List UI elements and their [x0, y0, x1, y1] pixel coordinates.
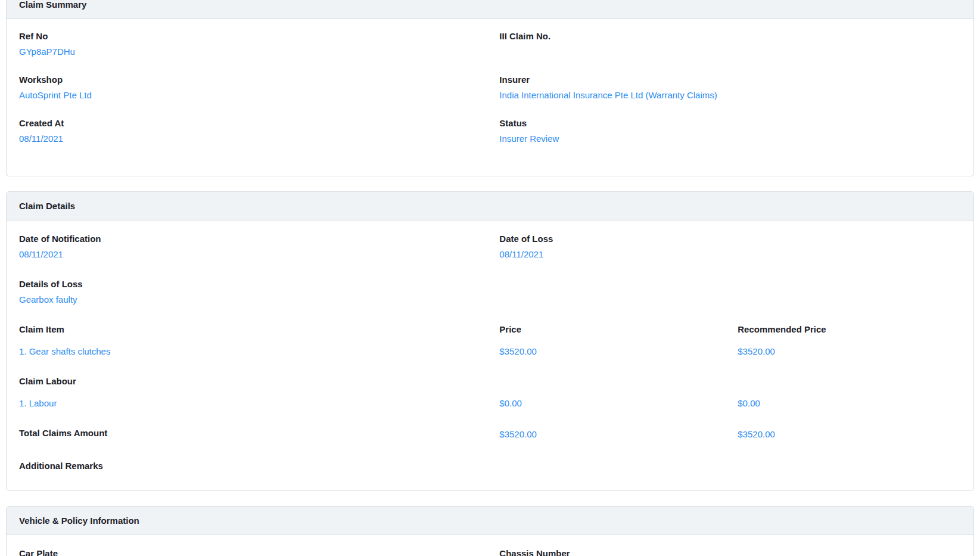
- vehicle-policy-card: Vehicle & Policy Information Car Plate S…: [6, 506, 974, 556]
- insurer-label: Insurer: [499, 73, 961, 86]
- workshop-label: Workshop: [19, 73, 499, 86]
- claim-labour-label: Claim Labour: [19, 375, 499, 387]
- claim-summary-header: Claim Summary: [7, 0, 973, 19]
- date-of-loss-value: 08/11/2021: [499, 248, 961, 260]
- field-ref-no: Ref No GYp8aP7DHu: [19, 30, 499, 58]
- date-of-loss-label: Date of Loss: [499, 232, 961, 245]
- field-price: Price $3520.00: [499, 323, 738, 358]
- chassis-number-label: Chassis Number: [499, 547, 961, 556]
- claim-item-label: Claim Item: [19, 323, 499, 336]
- details-row-dates: Date of Notification 08/11/2021 Date of …: [19, 232, 961, 260]
- summary-row-2: Workshop AutoSprint Pte Ltd Insurer Indi…: [19, 73, 961, 101]
- workshop-value: AutoSprint Pte Ltd: [19, 89, 499, 101]
- date-of-notification-value: 08/11/2021: [19, 248, 499, 260]
- total-claims-amount-label: Total Claims Amount: [19, 427, 499, 439]
- field-car-plate: Car Plate SGV8188R: [19, 547, 499, 556]
- claim-summary-card: Claim Summary Ref No GYp8aP7DHu III Clai…: [6, 0, 974, 176]
- details-row-total: Total Claims Amount $3520.00 $3520.00: [19, 427, 961, 442]
- field-additional-remarks: Additional Remarks: [19, 459, 499, 475]
- additional-remarks-label: Additional Remarks: [19, 459, 499, 472]
- details-row-remarks: Additional Remarks: [19, 459, 961, 475]
- status-value: Insurer Review: [499, 132, 961, 145]
- claim-details-header: Claim Details: [7, 192, 973, 220]
- total-price-value: $3520.00: [499, 428, 738, 440]
- ref-no-label: Ref No: [19, 30, 499, 42]
- vehicle-policy-body: Car Plate SGV8188R Chassis Number AGH300…: [7, 535, 973, 556]
- total-recommended-price-value: $3520.00: [738, 428, 961, 440]
- field-date-of-loss: Date of Loss 08/11/2021: [499, 232, 961, 260]
- details-row-claim-labour: Claim Labour 1. Labour $0.00 $0.00: [19, 375, 961, 409]
- created-at-label: Created At: [19, 117, 499, 129]
- field-date-of-notification: Date of Notification 08/11/2021: [19, 232, 499, 260]
- status-label: Status: [499, 117, 961, 129]
- iii-claim-no-label: III Claim No.: [499, 30, 961, 42]
- details-of-loss-value: Gearbox faulty: [19, 293, 499, 306]
- claim-labour-price-value: $0.00: [499, 397, 738, 409]
- field-total-claims-amount: Total Claims Amount: [19, 427, 499, 442]
- field-created-at: Created At 08/11/2021: [19, 117, 499, 145]
- claim-item-value: 1. Gear shafts clutches: [19, 345, 499, 358]
- date-of-notification-label: Date of Notification: [19, 232, 499, 245]
- field-insurer: Insurer India International Insurance Pt…: [499, 73, 961, 101]
- field-details-of-loss: Details of Loss Gearbox faulty: [19, 278, 499, 306]
- recommended-price-label: Recommended Price: [738, 323, 961, 336]
- vehicle-policy-header: Vehicle & Policy Information: [7, 507, 973, 535]
- summary-row-1: Ref No GYp8aP7DHu III Claim No.: [19, 30, 961, 58]
- recommended-price-value: $3520.00: [738, 345, 961, 358]
- claim-view-page: Claim Summary Ref No GYp8aP7DHu III Clai…: [0, 0, 980, 556]
- field-claim-item: Claim Item 1. Gear shafts clutches: [19, 323, 499, 358]
- details-of-loss-label: Details of Loss: [19, 278, 499, 290]
- summary-row-3: Created At 08/11/2021 Status Insurer Rev…: [19, 117, 961, 145]
- details-row-claim-item: Claim Item 1. Gear shafts clutches Price…: [19, 323, 961, 358]
- claim-labour-value: 1. Labour: [19, 397, 499, 409]
- claim-details-card: Claim Details Date of Notification 08/11…: [6, 191, 974, 491]
- price-label: Price: [499, 323, 738, 336]
- field-claim-labour-recommended-price: $0.00: [738, 375, 961, 409]
- vehicle-row-1: Car Plate SGV8188R Chassis Number AGH300…: [19, 547, 961, 556]
- field-claim-labour: Claim Labour 1. Labour: [19, 375, 499, 409]
- claim-summary-body: Ref No GYp8aP7DHu III Claim No. Workshop…: [7, 19, 973, 176]
- field-iii-claim-no: III Claim No.: [499, 30, 961, 58]
- details-row-remarks-spacer: [499, 459, 961, 475]
- field-chassis-number: Chassis Number AGH300344143: [499, 547, 961, 556]
- created-at-value: 08/11/2021: [19, 132, 499, 145]
- field-total-recommended-price: $3520.00: [738, 427, 961, 442]
- field-recommended-price: Recommended Price $3520.00: [738, 323, 961, 358]
- car-plate-label: Car Plate: [19, 547, 499, 556]
- details-row-loss-spacer: [499, 278, 961, 306]
- field-workshop: Workshop AutoSprint Pte Ltd: [19, 73, 499, 101]
- claim-details-body: Date of Notification 08/11/2021 Date of …: [7, 220, 973, 490]
- iii-claim-no-value: [499, 45, 961, 58]
- field-status: Status Insurer Review: [499, 117, 961, 145]
- price-value: $3520.00: [499, 345, 738, 358]
- field-total-price: $3520.00: [499, 427, 738, 442]
- insurer-value: India International Insurance Pte Ltd (W…: [499, 89, 961, 101]
- details-row-loss: Details of Loss Gearbox faulty: [19, 278, 961, 306]
- field-claim-labour-price: $0.00: [499, 375, 738, 409]
- claim-labour-recommended-price-value: $0.00: [738, 397, 961, 409]
- ref-no-value: GYp8aP7DHu: [19, 45, 499, 58]
